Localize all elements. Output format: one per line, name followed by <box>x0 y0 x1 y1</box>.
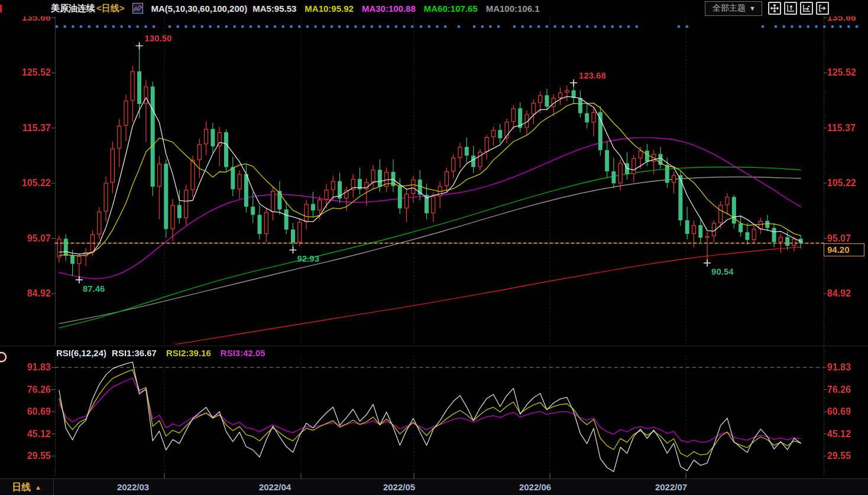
chart-style-icon[interactable] <box>132 3 143 14</box>
rsi3-value: RSI3:42.05 <box>221 348 265 358</box>
go-to-latest-button[interactable] <box>816 2 829 15</box>
chart-canvas[interactable] <box>0 0 868 495</box>
ma10-value: MA10:95.92 <box>305 4 354 14</box>
ma5-value: MA5:95.53 <box>252 4 296 14</box>
ma100-value: MA100:106.1 <box>486 4 540 14</box>
y-axis-scale-button[interactable] <box>784 2 797 15</box>
ma60-value: MA60:107.65 <box>424 4 478 14</box>
time-axis-bar: 日线 ▲ 2022/032022/042022/052022/062022/07 <box>0 478 868 495</box>
axis-right-arrow-icon <box>802 4 811 12</box>
axis-up-arrow-icon <box>786 4 795 12</box>
exit-right-arrow-icon <box>818 4 827 12</box>
ma-params-label: MA(5,10,30,60,100,200) <box>151 4 248 14</box>
pan-tool-button[interactable] <box>768 2 781 15</box>
rsi2-value: RSI2:39.16 <box>166 348 211 358</box>
rsi-params-label: RSI(6,12,24) <box>56 348 106 358</box>
date-axis-label: 2022/07 <box>644 479 698 495</box>
rsi1-value: RSI1:36.67 <box>112 348 157 358</box>
ma30-value: MA30:100.88 <box>362 4 416 14</box>
theme-dropdown-label: 全部主题 <box>712 3 746 14</box>
timeframe-label: 日线 <box>12 481 31 494</box>
triangle-up-icon: ▲ <box>35 484 41 491</box>
theme-dropdown[interactable]: 全部主题 ▼ <box>705 1 762 16</box>
date-axis-label: 2022/03 <box>106 479 160 495</box>
date-axis-label: 2022/04 <box>248 479 302 495</box>
x-axis-scale-button[interactable] <box>800 2 813 15</box>
rsi-indicator-header: RSI(6,12,24) RSI1:36.67 RSI2:39.16 RSI3:… <box>56 348 265 358</box>
timeframe-tab-daily[interactable]: 日线 ▲ <box>0 479 54 495</box>
crosshair-move-icon <box>770 4 779 12</box>
chart-toolbar <box>768 2 829 15</box>
date-axis-label: 2022/06 <box>509 479 562 495</box>
current-price-badge: 94.20 <box>824 243 864 256</box>
chart-header: 美原油连续 <日线> MA(5,10,30,60,100,200) MA5:95… <box>0 0 868 17</box>
symbol-title: 美原油连续 <box>51 3 95 14</box>
date-axis-label: 2022/05 <box>373 479 426 495</box>
chevron-down-icon: ▼ <box>749 5 756 12</box>
screen-edge-artifact <box>0 5 2 12</box>
period-tag: <日线> <box>96 3 125 14</box>
